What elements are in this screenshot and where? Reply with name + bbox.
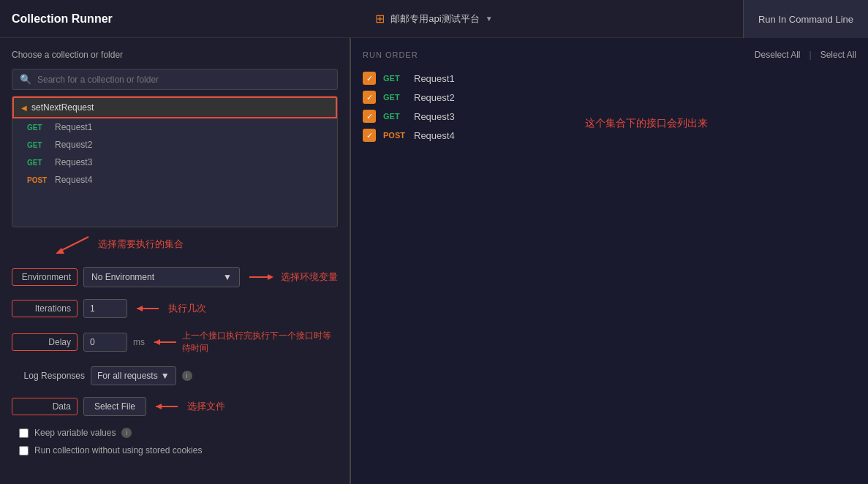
svg-marker-3 — [268, 274, 273, 280]
right-panel: RUN ORDER Deselect All | Select All ✓ GE… — [351, 38, 868, 484]
expand-arrow-icon: ◀ — [21, 104, 27, 112]
method-get-3: GET — [383, 112, 407, 121]
chevron-down-icon: ▼ — [486, 15, 493, 23]
run-without-cookies-row: Run collection without using stored cook… — [12, 445, 338, 455]
environment-label: Environment — [12, 268, 78, 286]
collection-selector[interactable]: ⊞ 邮邮专用api测试平台 ▼ — [375, 12, 492, 26]
select-file-button[interactable]: Select File — [83, 397, 146, 416]
svg-marker-1 — [56, 248, 64, 254]
run-without-cookies-label: Run collection without using stored cook… — [34, 445, 202, 455]
run-without-cookies-checkbox[interactable] — [19, 446, 29, 455]
arrow-iter-icon — [133, 301, 162, 316]
iterations-input[interactable] — [83, 299, 127, 318]
method-get-2: GET — [383, 93, 407, 102]
run-checkbox-4[interactable]: ✓ — [363, 129, 376, 142]
delay-input[interactable] — [83, 333, 127, 352]
choose-label: Choose a collection or folder — [12, 50, 338, 60]
environment-select[interactable]: No Environment ▼ — [83, 267, 240, 287]
svg-marker-7 — [154, 339, 160, 345]
collection-name: setNextRequest — [31, 102, 94, 113]
info-icon[interactable]: i — [182, 371, 192, 381]
annotation-env: 选择环境变量 — [281, 271, 338, 284]
separator: | — [809, 50, 812, 60]
dropdown-arrow-icon: ▼ — [223, 272, 232, 282]
data-row: Data Select File 选择文件 — [12, 397, 338, 416]
annotation-iterations: 执行几次 — [168, 302, 206, 315]
run-checkbox-3[interactable]: ✓ — [363, 110, 376, 123]
collection-item[interactable]: ◀ setNextRequest — [12, 97, 337, 118]
method-get-1: GET — [383, 74, 407, 83]
run-item-2: ✓ GET Request2 — [363, 91, 856, 104]
list-item[interactable]: POST Request4 — [12, 171, 337, 189]
run-item-4: ✓ POST Request4 — [363, 129, 856, 142]
run-order-title: RUN ORDER — [363, 50, 418, 59]
grid-icon: ⊞ — [375, 12, 385, 26]
svg-marker-9 — [156, 404, 162, 409]
run-order-header: RUN ORDER Deselect All | Select All — [363, 50, 856, 60]
arrow-delay-icon — [151, 335, 176, 349]
annotation-text: 选择需要执行的集合 — [98, 238, 184, 251]
log-select[interactable]: For all requests ▼ — [91, 366, 176, 385]
run-command-line-button[interactable]: Run In Command Line — [743, 0, 868, 38]
list-item[interactable]: GET Request2 — [12, 136, 337, 154]
search-icon: 🔍 — [20, 74, 31, 85]
run-request-name-1: Request1 — [414, 73, 455, 84]
app-title: Collection Runner — [12, 12, 113, 26]
search-box: 🔍 — [12, 69, 338, 90]
left-panel: Choose a collection or folder 🔍 ◀ setNex… — [0, 38, 351, 484]
svg-marker-5 — [137, 306, 143, 311]
run-request-name-4: Request4 — [414, 130, 455, 141]
arrow-file-icon — [152, 399, 181, 414]
run-checkbox-1[interactable]: ✓ — [363, 72, 376, 85]
keep-variable-info-icon[interactable]: i — [121, 428, 132, 438]
request-name: Request3 — [55, 157, 92, 167]
run-order-actions: Deselect All | Select All — [755, 50, 856, 60]
header: Collection Runner ⊞ 邮邮专用api测试平台 ▼ Run In… — [0, 0, 868, 38]
run-request-name-2: Request2 — [414, 92, 455, 103]
iterations-row: Iterations 执行几次 — [12, 299, 338, 318]
collection-list: ◀ setNextRequest GET Request1 GET Reques… — [12, 96, 338, 227]
delay-label: Delay — [12, 333, 78, 351]
keep-variable-row: Keep variable values i — [12, 428, 338, 438]
annotation-delay: 上一个接口执行完执行下一个接口时等待时间 — [182, 330, 338, 355]
list-item[interactable]: GET Request3 — [12, 154, 337, 171]
run-item-1: ✓ GET Request1 — [363, 72, 856, 85]
run-request-name-3: Request3 — [414, 111, 455, 122]
dropdown-arrow-log-icon: ▼ — [161, 371, 170, 381]
keep-variable-checkbox[interactable] — [19, 428, 29, 438]
request-name: Request1 — [55, 122, 92, 132]
log-label: Log Responses — [12, 371, 85, 381]
environment-row: Environment No Environment ▼ 选择环境变量 — [12, 267, 338, 287]
request-name: Request2 — [55, 140, 92, 150]
delay-row: Delay ms 上一个接口执行完执行下一个接口时等待时间 — [12, 330, 338, 355]
request-name: Request4 — [55, 175, 92, 185]
log-responses-row: Log Responses For all requests ▼ i — [12, 366, 338, 385]
method-post-4: POST — [383, 131, 407, 140]
method-badge-get: GET — [27, 159, 49, 167]
svg-line-0 — [59, 237, 88, 252]
main-layout: Choose a collection or folder 🔍 ◀ setNex… — [0, 38, 868, 484]
select-all-button[interactable]: Select All — [820, 50, 856, 60]
annotation-select-collection: 选择需要执行的集合 — [56, 233, 338, 255]
list-item[interactable]: GET Request1 — [12, 118, 337, 136]
iterations-label: Iterations — [12, 300, 78, 317]
arrow-icon — [56, 233, 92, 255]
run-checkbox-2[interactable]: ✓ — [363, 91, 376, 104]
annotation-list: 这个集合下的接口会列出来 — [585, 117, 708, 130]
arrow-env-icon — [246, 270, 275, 284]
search-input[interactable] — [37, 75, 330, 85]
method-badge-get: GET — [27, 124, 49, 132]
deselect-all-button[interactable]: Deselect All — [755, 50, 801, 60]
selected-collection-name: 邮邮专用api测试平台 — [390, 12, 479, 26]
data-label: Data — [12, 398, 78, 415]
method-badge-post: POST — [27, 176, 49, 184]
annotation-file: 选择文件 — [187, 400, 225, 413]
keep-variable-label: Keep variable values — [34, 428, 116, 438]
method-badge-get: GET — [27, 141, 49, 149]
delay-unit: ms — [133, 337, 145, 347]
